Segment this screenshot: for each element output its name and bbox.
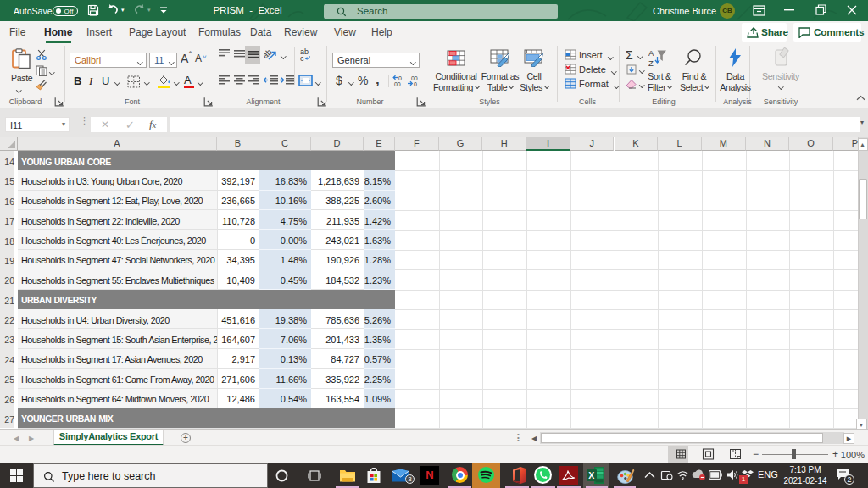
svg-text:A: A	[648, 48, 654, 58]
svg-text:0: 0	[414, 81, 417, 87]
svg-text:X: X	[588, 470, 594, 480]
svg-text:.00: .00	[392, 81, 401, 87]
svg-text:Z: Z	[648, 58, 654, 67]
svg-text:c: c	[300, 54, 304, 62]
